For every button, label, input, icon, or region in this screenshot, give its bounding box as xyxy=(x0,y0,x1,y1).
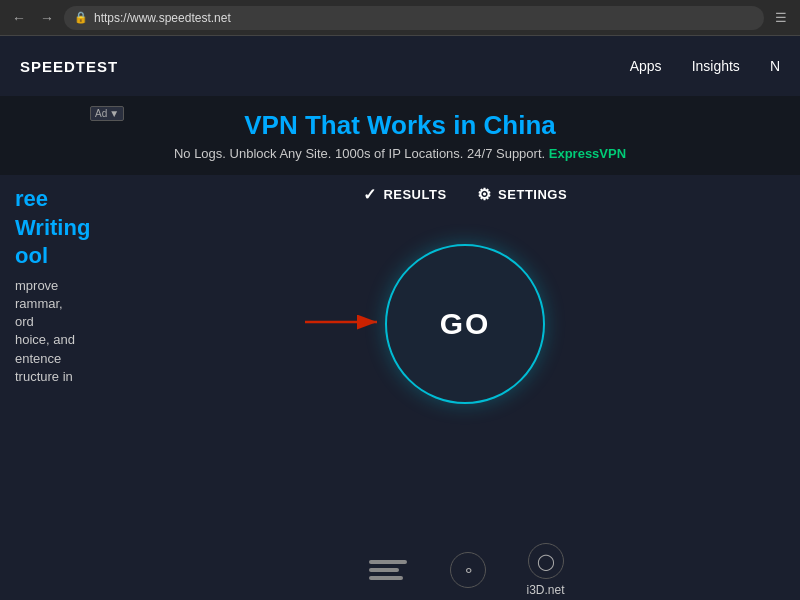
bottom-info-bar: ⚬ ◯ i3D.net xyxy=(130,535,800,600)
go-label: GO xyxy=(440,307,491,341)
go-button[interactable]: GO xyxy=(385,244,545,404)
page-content: SPEEDTEST Apps Insights N Ad ▼ VPN That … xyxy=(0,36,800,600)
arrow-indicator xyxy=(305,307,385,341)
ad-subtitle: No Logs. Unblock Any Site. 1000s of IP L… xyxy=(20,146,780,161)
settings-icon: ⚙ xyxy=(477,185,492,204)
address-bar[interactable]: 🔒 https://www.speedtest.net xyxy=(64,6,764,30)
ad-brand-link[interactable]: ExpressVPN xyxy=(549,146,626,161)
url-text: https://www.speedtest.net xyxy=(94,11,231,25)
browser-chrome: ← → 🔒 https://www.speedtest.net ☰ xyxy=(0,0,800,36)
settings-label: SETTINGS xyxy=(498,187,567,202)
server-lines-icon xyxy=(365,552,410,588)
location-info[interactable]: ◯ i3D.net xyxy=(526,543,564,597)
nav-links: Apps Insights N xyxy=(630,58,780,74)
results-label: RESULTS xyxy=(383,187,446,202)
browser-menu-icon[interactable]: ☰ xyxy=(770,7,792,29)
server-info[interactable] xyxy=(365,552,410,588)
top-nav: SPEEDTEST Apps Insights N xyxy=(0,36,800,96)
ad-title[interactable]: VPN That Works in China xyxy=(20,110,780,141)
server-name: i3D.net xyxy=(526,583,564,597)
brand-logo: SPEEDTEST xyxy=(20,58,118,75)
user-icon: ⚬ xyxy=(450,552,486,588)
forward-button[interactable]: → xyxy=(36,7,58,29)
center-content: ✓ RESULTS ⚙ SETTINGS xyxy=(130,175,800,600)
settings-control[interactable]: ⚙ SETTINGS xyxy=(477,185,568,204)
results-control[interactable]: ✓ RESULTS xyxy=(363,185,447,204)
lock-icon: 🔒 xyxy=(74,11,88,24)
nav-more[interactable]: N xyxy=(770,58,780,74)
controls-bar: ✓ RESULTS ⚙ SETTINGS xyxy=(363,185,567,204)
main-area: ree Writing ool mprove rammar, ord hoice… xyxy=(0,175,800,600)
ad-banner: Ad ▼ VPN That Works in China No Logs. Un… xyxy=(0,96,800,175)
ad-label: Ad ▼ xyxy=(90,106,124,121)
left-sidebar-ad: ree Writing ool mprove rammar, ord hoice… xyxy=(0,175,130,600)
nav-insights[interactable]: Insights xyxy=(692,58,740,74)
go-container: GO xyxy=(385,244,545,404)
sidebar-ad-body: mprove rammar, ord hoice, and entence tr… xyxy=(15,277,115,386)
globe-icon: ◯ xyxy=(528,543,564,579)
sidebar-ad-headline: ree Writing ool xyxy=(15,185,115,271)
results-icon: ✓ xyxy=(363,185,377,204)
back-button[interactable]: ← xyxy=(8,7,30,29)
nav-apps[interactable]: Apps xyxy=(630,58,662,74)
user-info[interactable]: ⚬ xyxy=(450,552,486,588)
